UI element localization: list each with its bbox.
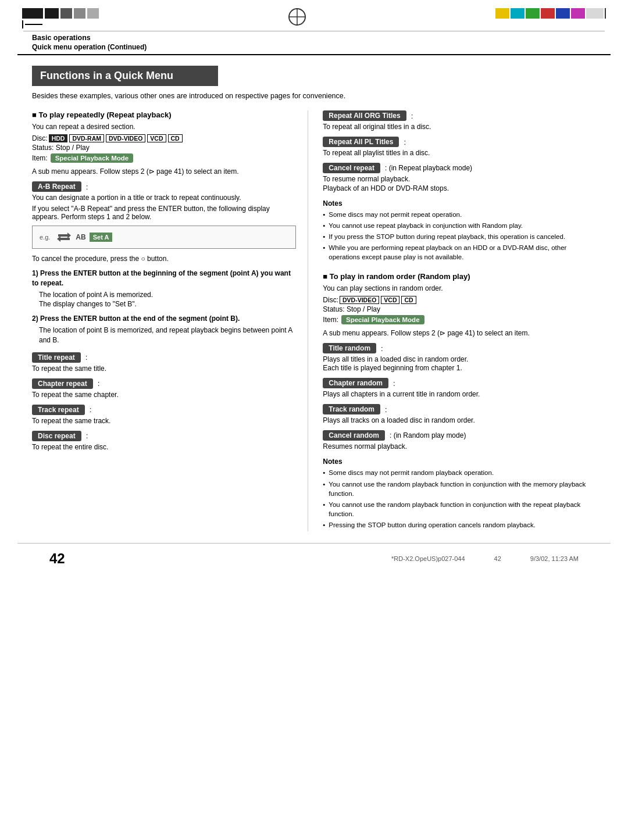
repeat-notes-list: Some discs may not permit repeat operati… <box>323 210 596 262</box>
repeat-all-org-row: Repeat All ORG Titles : <box>323 110 596 121</box>
disc-repeat-desc: To repeat the entire disc. <box>32 443 296 451</box>
basic-operations-label: Basic operations <box>32 34 596 42</box>
disc-badge-cd: CD <box>168 134 183 142</box>
cancel-repeat-note: : (in Repeat playback mode) <box>385 164 472 172</box>
cancel-random-row: Cancel random : (in Random play mode) <box>323 430 596 441</box>
repeat-notes-title: Notes <box>323 199 596 208</box>
random-disc-row: Disc: DVD-VIDEO VCD CD <box>323 296 596 304</box>
random-disc-label: Disc: <box>323 296 338 304</box>
repeat-note-item: If you press the STOP button during repe… <box>323 232 596 241</box>
two-col-layout: ■ To play repeatedly (Repeat playback) Y… <box>32 110 596 531</box>
track-random-btn: Track random <box>323 404 380 414</box>
cancel-procedure-text: To cancel the procedure, press the ○ but… <box>32 255 296 263</box>
top-left-decoration <box>22 5 99 28</box>
random-sub-para: A sub menu appears. Follow steps 2 (⊳ pa… <box>323 329 596 337</box>
disc-badge-vcd: VCD <box>147 134 166 142</box>
color-block <box>22 8 43 19</box>
color-block <box>45 8 59 19</box>
bottom-meta: *RD-X2.OpeUS)p027-044 42 9/3/02, 11:23 A… <box>391 555 579 562</box>
step-1-detail-1: The location of point A is memorized. <box>39 290 296 300</box>
title-repeat-row: Title repeat : <box>32 352 296 363</box>
repeat-all-pl-btn: Repeat All PL Titles <box>323 137 399 147</box>
random-note-item: Pressing the STOP button during operatio… <box>323 520 596 530</box>
chapter-random-row: Chapter random : <box>323 378 596 388</box>
repeat-section-desc: You can repeat a desired section. <box>32 123 296 131</box>
ab-repeat-btn: A-B Repeat <box>32 181 81 192</box>
repeat-note-item: You cannot use repeat playback in conjun… <box>323 221 596 230</box>
random-note-item: You cannot use the random playback funct… <box>323 480 596 498</box>
intro-text: Besides these examples, various other on… <box>32 92 596 100</box>
track-repeat-desc: To repeat the same track. <box>32 417 296 425</box>
random-note-item: You cannot use the random playback funct… <box>323 500 596 519</box>
file-ref: *RD-X2.OpeUS)p027-044 <box>391 555 465 562</box>
ab-desc-2: If you select "A-B Repeat" and press the… <box>32 205 296 221</box>
disc-repeat-row: Disc repeat : <box>32 431 296 441</box>
repeat-notes-section: Notes Some discs may not permit repeat o… <box>323 199 596 262</box>
page-wrapper: Basic operations Quick menu operation (C… <box>0 0 628 840</box>
status-row: Status: Stop / Play <box>32 144 296 152</box>
set-a-label: Set A <box>90 233 113 242</box>
chapter-random-btn: Chapter random <box>323 378 388 388</box>
color-block <box>74 8 85 19</box>
random-disc-badge-vcd: VCD <box>381 296 399 304</box>
color-green <box>526 8 540 19</box>
horiz-tick <box>25 24 42 25</box>
right-column: Repeat All ORG Titles : To repeat all or… <box>308 110 596 531</box>
repeat-all-org-desc: To repeat all original titles in a disc. <box>323 123 596 131</box>
color-magenta <box>571 8 585 19</box>
repeat-note-item: Some discs may not permit repeat operati… <box>323 210 596 219</box>
sub-para-1: A sub menu appears. Follow steps 2 (⊳ pa… <box>32 167 296 176</box>
random-notes-list: Some discs may not permit random playbac… <box>323 468 596 530</box>
chapter-repeat-btn: Chapter repeat <box>32 378 93 389</box>
repeat-all-pl-row: Repeat All PL Titles : <box>323 137 596 147</box>
functions-title-box: Functions in a Quick Menu <box>32 66 218 86</box>
color-red <box>541 8 555 19</box>
item-row: Item: Special Playback Mode <box>32 153 296 163</box>
chapter-random-colon: : <box>393 379 395 388</box>
disc-badge-dvdvideo: DVD-VIDEO <box>106 134 145 142</box>
disc-repeat-colon: : <box>86 431 88 440</box>
cancel-repeat-desc-1: To resume normal playback. <box>323 175 596 183</box>
random-status-row: Status: Stop / Play <box>323 305 596 313</box>
repeat-all-pl-desc: To repeat all playlist titles in a disc. <box>323 149 596 157</box>
eg-icons: AB Set A <box>56 231 112 244</box>
chapter-repeat-desc: To repeat the same chapter. <box>32 391 296 399</box>
track-random-row: Track random : <box>323 404 596 414</box>
cancel-random-note: : (in Random play mode) <box>390 431 466 439</box>
top-right-color-blocks <box>495 5 606 19</box>
repeat-all-org-btn: Repeat All ORG Titles <box>323 110 406 121</box>
random-notes-section: Notes Some discs may not permit random p… <box>323 457 596 530</box>
left-column: ■ To play repeatedly (Repeat playback) Y… <box>32 110 308 531</box>
vert-sep <box>605 8 606 19</box>
random-disc-badge-dvdvideo: DVD-VIDEO <box>340 296 379 304</box>
random-notes-title: Notes <box>323 457 596 466</box>
chapter-repeat-colon: : <box>98 379 100 388</box>
crosshair-icon <box>287 5 307 27</box>
random-note-item: Some discs may not permit random playbac… <box>323 468 596 477</box>
page-number: 42 <box>49 551 65 567</box>
color-cyan <box>511 8 524 19</box>
special-playback-mode-badge-left: Special Playback Mode <box>51 153 134 163</box>
eg-display-box: e.g. AB Set A <box>32 226 296 249</box>
track-repeat-colon: : <box>90 405 92 414</box>
repeat-all-org-colon: : <box>411 112 413 120</box>
title-repeat-colon: : <box>85 353 88 362</box>
title-random-row: Title random : <box>323 343 596 353</box>
disc-row: Disc: HDD DVD-RAM DVD-VIDEO VCD CD <box>32 134 296 142</box>
repeat-note-item: While you are performing repeat playback… <box>323 243 596 262</box>
ab-repeat-colon: : <box>86 183 88 191</box>
color-ltgray <box>586 8 604 19</box>
eg-label: e.g. <box>40 234 50 241</box>
chapter-random-desc: Plays all chapters in a current title in… <box>323 390 596 398</box>
title-random-colon: : <box>381 344 383 353</box>
ab-repeat-row: A-B Repeat : <box>32 181 296 192</box>
cancel-random-desc: Resumes normal playback. <box>323 442 596 451</box>
special-playback-mode-badge-right: Special Playback Mode <box>341 315 424 324</box>
color-block <box>60 8 72 19</box>
track-random-desc: Plays all tracks on a loaded disc in ran… <box>323 416 596 424</box>
track-repeat-btn: Track repeat <box>32 405 85 415</box>
quick-menu-continued-label: Quick menu operation (Continued) <box>32 43 596 51</box>
random-disc-badge-cd: CD <box>401 296 416 304</box>
color-blue <box>556 8 570 19</box>
disc-repeat-btn: Disc repeat <box>32 431 81 441</box>
